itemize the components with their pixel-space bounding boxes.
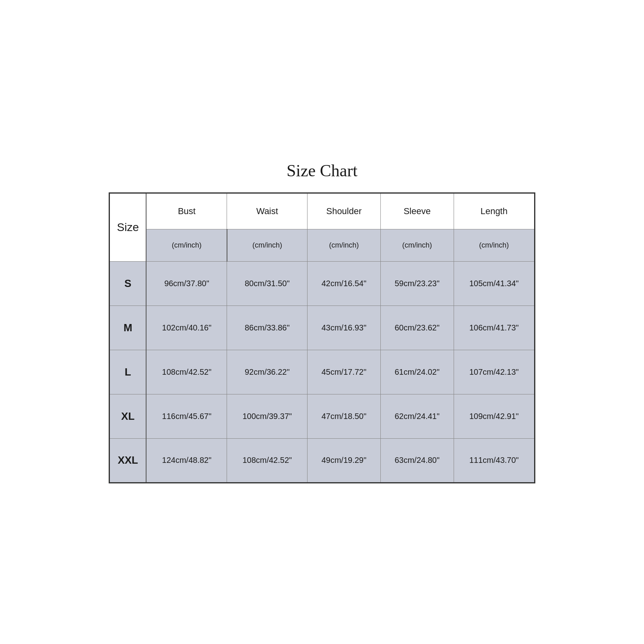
header-row-units: (cm/inch) (cm/inch) (cm/inch) (cm/inch) …	[109, 229, 535, 261]
sleeve-value: 60cm/23.62"	[380, 305, 454, 350]
bust-value: 116cm/45.67"	[146, 394, 227, 438]
size-label: S	[109, 261, 147, 305]
table-row: S96cm/37.80"80cm/31.50"42cm/16.54"59cm/2…	[109, 261, 535, 305]
length-unit: (cm/inch)	[454, 229, 535, 261]
table-row: XL116cm/45.67"100cm/39.37"47cm/18.50"62c…	[109, 394, 535, 438]
shoulder-value: 42cm/16.54"	[308, 261, 381, 305]
length-col-header: Length	[454, 193, 535, 229]
sleeve-value: 62cm/24.41"	[380, 394, 454, 438]
sleeve-col-header: Sleeve	[380, 193, 454, 229]
bust-value: 124cm/48.82"	[146, 438, 227, 483]
waist-value: 92cm/36.22"	[227, 350, 308, 394]
bust-unit: (cm/inch)	[146, 229, 227, 261]
size-label: M	[109, 305, 147, 350]
shoulder-value: 49cm/19.29"	[308, 438, 381, 483]
length-value: 106cm/41.73"	[454, 305, 535, 350]
sleeve-value: 61cm/24.02"	[380, 350, 454, 394]
length-value: 111cm/43.70"	[454, 438, 535, 483]
bust-value: 102cm/40.16"	[146, 305, 227, 350]
chart-title: Size Chart	[109, 161, 535, 180]
bust-col-header: Bust	[146, 193, 227, 229]
table-row: M102cm/40.16"86cm/33.86"43cm/16.93"60cm/…	[109, 305, 535, 350]
size-col-header: Size	[109, 193, 147, 261]
size-label: XL	[109, 394, 147, 438]
sleeve-unit: (cm/inch)	[380, 229, 454, 261]
header-row-labels: Size Bust Waist Shoulder Sleeve Length	[109, 193, 535, 229]
waist-value: 100cm/39.37"	[227, 394, 308, 438]
length-value: 109cm/42.91"	[454, 394, 535, 438]
shoulder-unit: (cm/inch)	[308, 229, 381, 261]
shoulder-value: 47cm/18.50"	[308, 394, 381, 438]
waist-value: 86cm/33.86"	[227, 305, 308, 350]
bust-value: 96cm/37.80"	[146, 261, 227, 305]
bust-value: 108cm/42.52"	[146, 350, 227, 394]
waist-value: 80cm/31.50"	[227, 261, 308, 305]
table-row: XXL124cm/48.82"108cm/42.52"49cm/19.29"63…	[109, 438, 535, 483]
waist-col-header: Waist	[227, 193, 308, 229]
size-label: XXL	[109, 438, 147, 483]
length-value: 107cm/42.13"	[454, 350, 535, 394]
waist-value: 108cm/42.52"	[227, 438, 308, 483]
size-label: L	[109, 350, 147, 394]
length-value: 105cm/41.34"	[454, 261, 535, 305]
table-body: S96cm/37.80"80cm/31.50"42cm/16.54"59cm/2…	[109, 261, 535, 483]
shoulder-value: 45cm/17.72"	[308, 350, 381, 394]
waist-unit: (cm/inch)	[227, 229, 308, 261]
page-wrapper: Size Chart Size Bust Waist Shoulder Slee…	[101, 145, 543, 500]
sleeve-value: 59cm/23.23"	[380, 261, 454, 305]
size-table: Size Bust Waist Shoulder Sleeve Length (…	[109, 192, 535, 483]
table-row: L108cm/42.52"92cm/36.22"45cm/17.72"61cm/…	[109, 350, 535, 394]
shoulder-value: 43cm/16.93"	[308, 305, 381, 350]
sleeve-value: 63cm/24.80"	[380, 438, 454, 483]
shoulder-col-header: Shoulder	[308, 193, 381, 229]
